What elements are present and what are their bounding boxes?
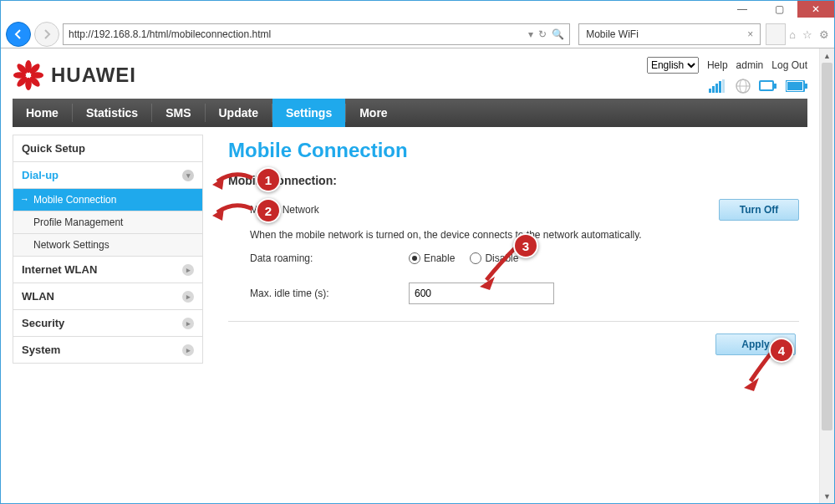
roaming-enable-radio[interactable]: Enable bbox=[409, 252, 455, 264]
sidebar-item-security[interactable]: Security▸ bbox=[13, 309, 203, 337]
window-close-button[interactable]: ✕ bbox=[797, 1, 834, 18]
nav-sms[interactable]: SMS bbox=[152, 99, 204, 127]
tab-close-icon[interactable]: × bbox=[747, 28, 753, 40]
admin-link[interactable]: admin bbox=[736, 59, 764, 71]
addr-search-icon[interactable]: 🔍 bbox=[552, 28, 564, 40]
svg-rect-17 bbox=[774, 84, 776, 89]
divider bbox=[228, 321, 799, 322]
home-icon[interactable]: ⌂ bbox=[789, 28, 796, 41]
browser-tab[interactable]: Mobile WiFi × bbox=[578, 23, 761, 45]
nav-home[interactable]: Home bbox=[13, 99, 72, 127]
sidebar-item-system[interactable]: System▸ bbox=[13, 336, 203, 364]
svg-rect-16 bbox=[760, 81, 773, 90]
address-url: http://192.168.8.1/html/mobileconnection… bbox=[69, 28, 271, 40]
sidebar-sub-mobile-connection[interactable]: Mobile Connection bbox=[13, 189, 203, 211]
help-link[interactable]: Help bbox=[707, 59, 728, 71]
address-bar[interactable]: http://192.168.8.1/html/mobileconnection… bbox=[63, 23, 570, 45]
chevron-right-icon: ▸ bbox=[182, 318, 194, 329]
max-idle-label: Max. idle time (s): bbox=[250, 288, 409, 299]
scroll-track[interactable] bbox=[820, 63, 834, 489]
svg-rect-20 bbox=[805, 84, 807, 89]
battery-icon bbox=[786, 80, 807, 92]
svg-rect-9 bbox=[712, 86, 715, 93]
section-title: Mobile Connection: bbox=[228, 174, 799, 187]
settings-sidebar: Quick Setup Dial-up▾ Mobile Connection P… bbox=[13, 135, 203, 364]
page-title: Mobile Connection bbox=[228, 139, 799, 162]
chevron-right-icon: ▸ bbox=[182, 344, 194, 356]
addr-dropdown-icon[interactable]: ▾ bbox=[528, 28, 533, 40]
mobile-network-label: Mobile Network bbox=[250, 204, 409, 216]
scroll-up-arrow-icon[interactable]: ▲ bbox=[820, 48, 834, 63]
turn-off-button[interactable]: Turn Off bbox=[719, 199, 799, 221]
status-icons bbox=[709, 79, 807, 94]
tools-gear-icon[interactable]: ⚙ bbox=[819, 28, 829, 41]
data-roaming-label: Data roaming: bbox=[250, 252, 409, 264]
chevron-down-icon: ▾ bbox=[182, 170, 194, 181]
sidebar-item-internet-wlan[interactable]: Internet WLAN▸ bbox=[13, 256, 203, 283]
sidebar-item-label: Security bbox=[22, 317, 64, 329]
browser-back-button[interactable] bbox=[6, 22, 31, 47]
browser-toolbar: http://192.168.8.1/html/mobileconnection… bbox=[1, 21, 834, 48]
sidebar-item-label: Internet WLAN bbox=[22, 263, 97, 276]
radio-dot-icon bbox=[470, 252, 481, 264]
globe-icon bbox=[736, 79, 751, 94]
sidebar-item-label: System bbox=[22, 344, 60, 356]
window-title-bar: — ▢ ✕ bbox=[1, 1, 834, 21]
language-select[interactable]: English bbox=[647, 57, 699, 74]
radio-label: Enable bbox=[424, 252, 455, 264]
svg-rect-12 bbox=[722, 79, 725, 93]
logout-link[interactable]: Log Out bbox=[771, 59, 807, 71]
nav-statistics[interactable]: Statistics bbox=[73, 99, 151, 127]
max-idle-input[interactable] bbox=[409, 283, 554, 304]
sidebar-item-label: WLAN bbox=[22, 290, 54, 303]
brand-logo: HUAWEI bbox=[13, 59, 136, 91]
new-tab-button[interactable] bbox=[766, 23, 786, 45]
svg-rect-19 bbox=[787, 82, 802, 90]
apply-button[interactable]: Apply bbox=[715, 333, 796, 355]
svg-rect-11 bbox=[719, 81, 721, 93]
window-maximize-button[interactable]: ▢ bbox=[761, 1, 797, 18]
scroll-down-arrow-icon[interactable]: ▼ bbox=[820, 489, 834, 503]
sidebar-item-label: Quick Setup bbox=[22, 142, 85, 155]
mobile-network-description: When the mobile network is turned on, th… bbox=[250, 229, 799, 241]
addr-refresh-icon[interactable]: ↻ bbox=[538, 28, 547, 40]
chevron-right-icon: ▸ bbox=[182, 264, 194, 276]
huawei-flower-icon bbox=[13, 59, 44, 91]
favorites-icon[interactable]: ☆ bbox=[802, 28, 812, 41]
nav-more[interactable]: More bbox=[346, 99, 400, 127]
svg-rect-8 bbox=[709, 89, 711, 93]
content-pane: Mobile Connection Mobile Connection: Mob… bbox=[228, 135, 807, 364]
radio-dot-icon bbox=[409, 252, 420, 264]
scroll-thumb[interactable] bbox=[822, 63, 832, 430]
sidebar-sub-profile-management[interactable]: Profile Management bbox=[13, 211, 203, 234]
sidebar-item-quick-setup[interactable]: Quick Setup bbox=[13, 135, 203, 162]
sidebar-sub-network-settings[interactable]: Network Settings bbox=[13, 234, 203, 257]
roaming-disable-radio[interactable]: Disable bbox=[470, 252, 518, 264]
browser-forward-button[interactable] bbox=[34, 22, 59, 47]
sidebar-item-dialup[interactable]: Dial-up▾ bbox=[13, 161, 203, 189]
svg-rect-10 bbox=[715, 84, 718, 93]
nav-settings[interactable]: Settings bbox=[272, 99, 345, 127]
sidebar-item-wlan[interactable]: WLAN▸ bbox=[13, 283, 203, 310]
wifi-device-icon bbox=[759, 79, 777, 93]
window-minimize-button[interactable]: — bbox=[724, 1, 761, 18]
brand-name: HUAWEI bbox=[51, 64, 136, 87]
main-navbar: Home Statistics SMS Update Settings More bbox=[13, 99, 807, 127]
vertical-scrollbar[interactable]: ▲ ▼ bbox=[819, 48, 834, 503]
signal-icon bbox=[709, 79, 727, 93]
tab-title: Mobile WiFi bbox=[586, 28, 639, 40]
radio-label: Disable bbox=[485, 252, 518, 264]
sidebar-item-label: Dial-up bbox=[22, 169, 59, 181]
chevron-right-icon: ▸ bbox=[182, 291, 194, 303]
nav-update[interactable]: Update bbox=[206, 99, 272, 127]
